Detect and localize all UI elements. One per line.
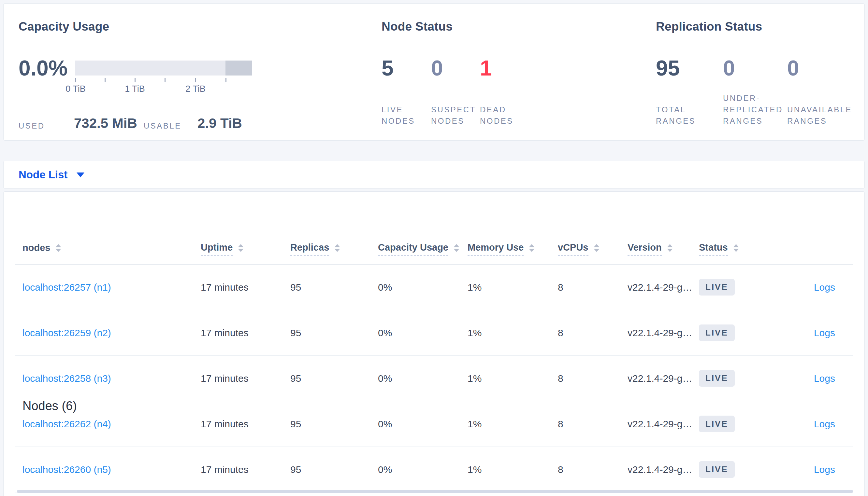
node-address-link[interactable]: localhost:26257 (n1) bbox=[23, 282, 111, 293]
capacity-usage-cell: 0% bbox=[378, 419, 467, 430]
dead-nodes-count: 1 bbox=[480, 55, 492, 81]
vcpus-cell: 8 bbox=[558, 464, 628, 475]
axis-tick-label: 0 TiB bbox=[65, 84, 86, 94]
node-status-title: Node Status bbox=[381, 20, 452, 33]
table-row: localhost:26258 (n3) 17 minutes 95 0% 1%… bbox=[15, 356, 853, 401]
column-header-label: Version bbox=[628, 242, 662, 255]
vcpus-cell: 8 bbox=[558, 373, 628, 384]
memory-use-cell: 1% bbox=[467, 464, 558, 475]
memory-use-cell: 1% bbox=[467, 282, 558, 293]
used-value: 732.5 MiB bbox=[74, 115, 137, 131]
nodes-table-card: Nodes (6) nodes Uptime Replicas Capacit bbox=[3, 191, 865, 496]
column-header[interactable]: Status bbox=[699, 242, 739, 255]
vcpus-cell: 8 bbox=[558, 327, 628, 339]
total-ranges-count: 95 bbox=[656, 55, 680, 81]
version-cell: v22.1.4-29-g… bbox=[628, 373, 699, 384]
live-nodes-count: 5 bbox=[381, 55, 393, 81]
uptime-cell: 17 minutes bbox=[201, 464, 290, 475]
under-replicated-ranges-count: 0 bbox=[723, 55, 735, 81]
suspect-nodes-count: 0 bbox=[431, 55, 443, 81]
node-address-link[interactable]: localhost:26258 (n3) bbox=[23, 373, 111, 384]
logs-link[interactable]: Logs bbox=[814, 419, 835, 429]
logs-link[interactable]: Logs bbox=[814, 464, 835, 475]
column-header[interactable]: vCPUs bbox=[558, 242, 599, 255]
column-header[interactable]: Uptime bbox=[201, 242, 244, 255]
version-cell: v22.1.4-29-g… bbox=[628, 464, 699, 475]
table-row: localhost:26262 (n4) 17 minutes 95 0% 1%… bbox=[15, 401, 853, 447]
capacity-usage-cell: 0% bbox=[378, 327, 467, 339]
uptime-cell: 17 minutes bbox=[201, 419, 290, 430]
unavailable-ranges-label: UNAVAILABLE RANGES bbox=[787, 104, 862, 127]
sort-arrows-icon bbox=[594, 244, 599, 252]
capacity-usage-cell: 0% bbox=[378, 373, 467, 384]
table-header-row: nodes Uptime Replicas Capacity Usage bbox=[15, 233, 853, 265]
table-row: localhost:26257 (n1) 17 minutes 95 0% 1%… bbox=[15, 265, 853, 310]
column-header[interactable]: Capacity Usage bbox=[378, 242, 460, 255]
replicas-cell: 95 bbox=[290, 464, 378, 475]
axis-tick-label: 1 TiB bbox=[125, 84, 145, 94]
axis-tick-label: 2 TiB bbox=[185, 84, 206, 94]
sort-arrows-icon bbox=[733, 244, 739, 252]
total-ranges-label: TOTAL RANGES bbox=[656, 104, 702, 127]
sort-arrows-icon bbox=[453, 244, 460, 252]
capacity-percent: 0.0% bbox=[18, 55, 68, 81]
table-row: localhost:26260 (n5) 17 minutes 95 0% 1%… bbox=[15, 447, 853, 492]
column-header-label: Replicas bbox=[290, 242, 329, 255]
sort-arrows-icon bbox=[238, 244, 244, 252]
node-address-link[interactable]: localhost:26260 (n5) bbox=[23, 464, 111, 475]
memory-use-cell: 1% bbox=[467, 419, 558, 430]
axis-tick bbox=[75, 78, 76, 82]
under-replicated-ranges-label: UNDER-REPLICATED RANGES bbox=[723, 92, 795, 127]
vcpus-cell: 8 bbox=[558, 282, 628, 293]
column-header-label: Status bbox=[699, 242, 728, 255]
node-address-link[interactable]: localhost:26262 (n4) bbox=[23, 419, 111, 429]
status-badge: LIVE bbox=[699, 370, 735, 387]
capacity-usage-cell: 0% bbox=[378, 464, 467, 475]
axis-tick bbox=[135, 78, 136, 82]
unavailable-ranges-count: 0 bbox=[787, 55, 799, 81]
logs-link[interactable]: Logs bbox=[814, 373, 835, 384]
column-header[interactable]: Version bbox=[628, 242, 673, 255]
column-header[interactable]: Memory Use bbox=[467, 242, 535, 255]
axis-tick bbox=[105, 78, 106, 82]
used-label: USED bbox=[18, 121, 45, 130]
sort-arrows-icon bbox=[55, 244, 61, 252]
horizontal-scrollbar[interactable] bbox=[17, 490, 853, 493]
usable-label: USABLE bbox=[144, 121, 181, 130]
replicas-cell: 95 bbox=[290, 327, 378, 339]
node-address-link[interactable]: localhost:26259 (n2) bbox=[23, 327, 111, 338]
axis-tick bbox=[195, 78, 196, 82]
uptime-cell: 17 minutes bbox=[201, 373, 290, 384]
capacity-usage-bar: 0 TiB 1 TiB 2 TiB bbox=[75, 61, 252, 76]
version-cell: v22.1.4-29-g… bbox=[628, 419, 699, 430]
table-row: localhost:26259 (n2) 17 minutes 95 0% 1%… bbox=[15, 310, 853, 356]
logs-link[interactable]: Logs bbox=[814, 282, 835, 293]
status-badge: LIVE bbox=[699, 279, 735, 295]
usable-value: 2.9 TiB bbox=[197, 115, 242, 131]
uptime-cell: 17 minutes bbox=[201, 282, 290, 293]
replicas-cell: 95 bbox=[290, 282, 378, 293]
vcpus-cell: 8 bbox=[558, 419, 628, 430]
memory-use-cell: 1% bbox=[467, 327, 558, 339]
column-header[interactable]: nodes bbox=[23, 243, 61, 255]
status-badge: LIVE bbox=[699, 461, 735, 478]
node-list-dropdown-label: Node List bbox=[18, 169, 68, 181]
capacity-usage-cell: 0% bbox=[378, 282, 467, 293]
column-header-label: Capacity Usage bbox=[378, 242, 448, 255]
status-badge: LIVE bbox=[699, 416, 735, 432]
sort-arrows-icon bbox=[529, 244, 535, 252]
column-header-label: vCPUs bbox=[558, 242, 588, 255]
live-nodes-label: LIVE NODES bbox=[381, 104, 421, 127]
logs-link[interactable]: Logs bbox=[814, 327, 835, 338]
capacity-bar-other-segment bbox=[225, 61, 252, 76]
column-header[interactable]: Replicas bbox=[290, 242, 340, 255]
nodes-table: nodes Uptime Replicas Capacity Usage bbox=[15, 233, 853, 492]
dead-nodes-label: DEAD NODES bbox=[480, 104, 519, 127]
node-list-dropdown[interactable]: Node List bbox=[18, 161, 85, 188]
sort-arrows-icon bbox=[334, 244, 340, 252]
replication-status-title: Replication Status bbox=[656, 20, 762, 33]
replicas-cell: 95 bbox=[290, 373, 378, 384]
column-header-label: Memory Use bbox=[467, 242, 524, 255]
replicas-cell: 95 bbox=[290, 419, 378, 430]
status-badge: LIVE bbox=[699, 325, 735, 341]
